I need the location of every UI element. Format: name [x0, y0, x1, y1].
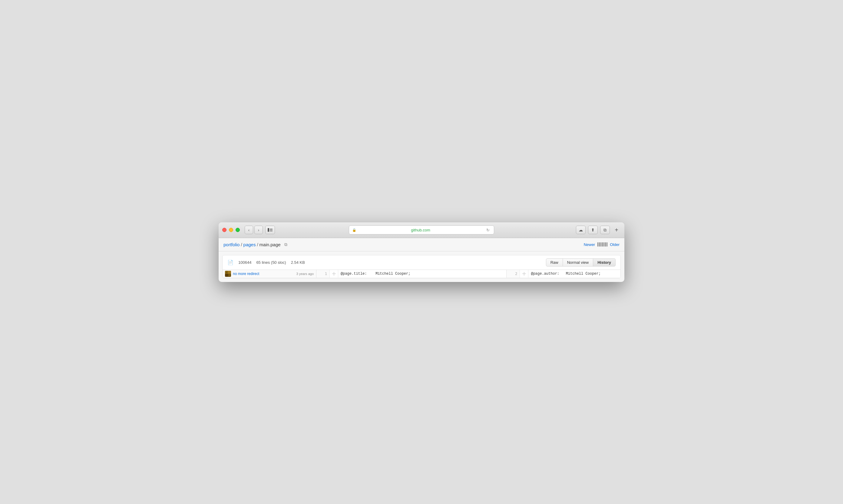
sidebar-toggle-button[interactable]: [265, 226, 275, 234]
pagination-older[interactable]: Older: [610, 242, 620, 247]
breadcrumb-repo[interactable]: portfolio: [223, 242, 240, 247]
breadcrumb-path1[interactable]: pages: [243, 242, 256, 247]
blame-row: 2@page.author: Mitchell Cooper;: [413, 270, 603, 278]
code-line: @page.title: Mitchell Cooper;: [338, 270, 413, 278]
breadcrumb-sep1: /: [241, 242, 242, 247]
blame-sidebar-cell: [603, 270, 620, 278]
titlebar: ‹ › 🔒 github.com ↻ ☁ ⬆ ⧉ +: [219, 222, 624, 238]
blame-row: no more redirect3 years ago1@page.title:…: [223, 270, 413, 278]
normal-view-button[interactable]: Normal view: [563, 258, 593, 267]
breadcrumb-bar: portfolio / pages / main.page ⧉ Newer Ol…: [219, 238, 624, 251]
code-line: @page.author: Mitchell Cooper;: [528, 270, 603, 278]
commit-avatar: [225, 271, 231, 277]
svg-rect-6: [225, 274, 228, 277]
svg-rect-11: [334, 272, 334, 275]
breadcrumb: portfolio / pages / main.page ⧉: [223, 242, 287, 247]
nav-buttons: ‹ ›: [245, 226, 263, 234]
browser-window: ‹ › 🔒 github.com ↻ ☁ ⬆ ⧉ + po: [219, 222, 624, 282]
toolbar-right: ☁ ⬆ ⧉ +: [576, 226, 621, 234]
file-meta: 📄 100644 65 lines (50 sloc) 2.54 KB: [227, 259, 305, 265]
pagination-bar-3: [600, 242, 601, 247]
pagination-bar-7: [606, 242, 607, 247]
back-button[interactable]: ‹: [245, 226, 253, 234]
commit-time: 3 years ago: [295, 272, 314, 275]
pagination-bar-2: [599, 242, 600, 247]
svg-rect-2: [270, 230, 273, 231]
history-button[interactable]: History: [593, 258, 616, 267]
forward-button[interactable]: ›: [254, 226, 263, 234]
file-info-bar: 📄 100644 65 lines (50 sloc) 2.54 KB Raw …: [222, 255, 621, 278]
traffic-lights: [222, 228, 240, 232]
refresh-button[interactable]: ↻: [485, 227, 491, 233]
line-number: 2: [506, 270, 520, 278]
blame-row: 3@page.created: 0;: [603, 270, 620, 278]
breadcrumb-sep2: /: [257, 242, 258, 247]
pagination-bar-1: [598, 242, 598, 247]
fullscreen-button[interactable]: [236, 228, 240, 232]
new-tab-button[interactable]: +: [612, 226, 621, 234]
line-expand-button[interactable]: [330, 270, 338, 278]
pagination-bar-6: [605, 242, 606, 247]
file-lines: 65 lines (50 sloc): [256, 260, 286, 265]
breadcrumb-file: main.page: [259, 242, 281, 247]
line-expand-button[interactable]: [520, 270, 528, 278]
svg-rect-3: [270, 231, 273, 231]
minimize-button[interactable]: [229, 228, 233, 232]
tabs-button[interactable]: ⧉: [600, 226, 610, 234]
file-size: 2.54 KB: [291, 260, 305, 265]
file-info-header: 📄 100644 65 lines (50 sloc) 2.54 KB Raw …: [223, 255, 620, 270]
lock-icon: 🔒: [352, 228, 356, 232]
file-icon: 📄: [227, 259, 234, 265]
commit-message[interactable]: no more redirect: [233, 272, 284, 276]
svg-rect-13: [524, 272, 524, 275]
blame-sidebar-cell: no more redirect3 years ago: [223, 270, 316, 278]
blame-sidebar-cell: [413, 270, 506, 278]
raw-button[interactable]: Raw: [546, 258, 563, 267]
svg-rect-0: [268, 228, 269, 232]
file-mode: 100644: [238, 260, 251, 265]
svg-rect-1: [270, 229, 273, 229]
pagination-bar-4: [602, 242, 603, 247]
svg-rect-9: [229, 274, 230, 276]
share-button[interactable]: ⬆: [588, 226, 598, 234]
address-bar[interactable]: 🔒 github.com ↻: [349, 226, 494, 234]
svg-rect-8: [226, 272, 227, 273]
url-text: github.com: [358, 228, 483, 232]
file-actions: Raw Normal view History: [546, 258, 616, 267]
pagination-bars: [598, 242, 607, 247]
blame-container: no more redirect3 years ago1@page.title:…: [223, 270, 620, 278]
pagination-bar-5: [603, 242, 604, 247]
close-button[interactable]: [222, 228, 226, 232]
svg-rect-5: [228, 271, 231, 274]
line-number: 1: [316, 270, 330, 278]
pagination: Newer Older: [584, 242, 620, 247]
copy-path-icon[interactable]: ⧉: [284, 242, 287, 247]
pagination-newer[interactable]: Newer: [584, 242, 595, 247]
cloud-button[interactable]: ☁: [576, 226, 586, 234]
